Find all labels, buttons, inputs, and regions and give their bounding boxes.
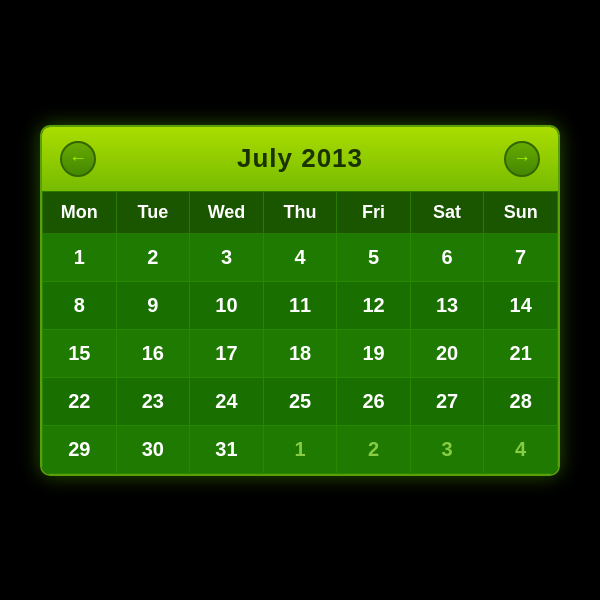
- calendar-day[interactable]: 23: [116, 377, 190, 425]
- prev-month-button[interactable]: ←: [60, 141, 96, 177]
- calendar-day[interactable]: 22: [43, 377, 117, 425]
- calendar-day[interactable]: 4: [263, 233, 337, 281]
- calendar-week-row: 15161718192021: [43, 329, 558, 377]
- calendar-day[interactable]: 10: [190, 281, 264, 329]
- calendar-day[interactable]: 17: [190, 329, 264, 377]
- calendar-week-row: 891011121314: [43, 281, 558, 329]
- calendar-day[interactable]: 19: [337, 329, 410, 377]
- calendar-day[interactable]: 3: [190, 233, 264, 281]
- calendar-day[interactable]: 5: [337, 233, 410, 281]
- calendar-day[interactable]: 12: [337, 281, 410, 329]
- calendar-day[interactable]: 15: [43, 329, 117, 377]
- calendar-day[interactable]: 8: [43, 281, 117, 329]
- weekday-header-wed: Wed: [190, 191, 264, 233]
- calendar-day[interactable]: 27: [410, 377, 484, 425]
- calendar-day[interactable]: 13: [410, 281, 484, 329]
- month-title: July 2013: [237, 143, 363, 174]
- calendar-day[interactable]: 2: [337, 425, 410, 473]
- calendar-day[interactable]: 26: [337, 377, 410, 425]
- weekday-header-row: MonTueWedThuFriSatSun: [43, 191, 558, 233]
- calendar-week-row: 22232425262728: [43, 377, 558, 425]
- weekday-header-fri: Fri: [337, 191, 410, 233]
- calendar-day[interactable]: 20: [410, 329, 484, 377]
- calendar-day[interactable]: 7: [484, 233, 558, 281]
- calendar-week-row: 1234567: [43, 233, 558, 281]
- calendar-day[interactable]: 31: [190, 425, 264, 473]
- calendar-header: ← July 2013 →: [42, 127, 558, 191]
- calendar-day[interactable]: 14: [484, 281, 558, 329]
- calendar-day[interactable]: 25: [263, 377, 337, 425]
- calendar-widget: ← July 2013 → MonTueWedThuFriSatSun 1234…: [40, 125, 560, 476]
- calendar-day[interactable]: 24: [190, 377, 264, 425]
- weekday-header-tue: Tue: [116, 191, 190, 233]
- calendar-day[interactable]: 1: [43, 233, 117, 281]
- weekday-header-sun: Sun: [484, 191, 558, 233]
- calendar-day[interactable]: 1: [263, 425, 337, 473]
- calendar-week-row: 2930311234: [43, 425, 558, 473]
- calendar-day[interactable]: 16: [116, 329, 190, 377]
- calendar-grid: MonTueWedThuFriSatSun 123456789101112131…: [42, 191, 558, 474]
- calendar-day[interactable]: 18: [263, 329, 337, 377]
- next-month-button[interactable]: →: [504, 141, 540, 177]
- calendar-day[interactable]: 28: [484, 377, 558, 425]
- calendar-day[interactable]: 29: [43, 425, 117, 473]
- calendar-day[interactable]: 2: [116, 233, 190, 281]
- calendar-day[interactable]: 11: [263, 281, 337, 329]
- calendar-day[interactable]: 21: [484, 329, 558, 377]
- calendar-day[interactable]: 30: [116, 425, 190, 473]
- weekday-header-sat: Sat: [410, 191, 484, 233]
- calendar-day[interactable]: 9: [116, 281, 190, 329]
- weekday-header-mon: Mon: [43, 191, 117, 233]
- calendar-day[interactable]: 6: [410, 233, 484, 281]
- calendar-day[interactable]: 3: [410, 425, 484, 473]
- calendar-day[interactable]: 4: [484, 425, 558, 473]
- weekday-header-thu: Thu: [263, 191, 337, 233]
